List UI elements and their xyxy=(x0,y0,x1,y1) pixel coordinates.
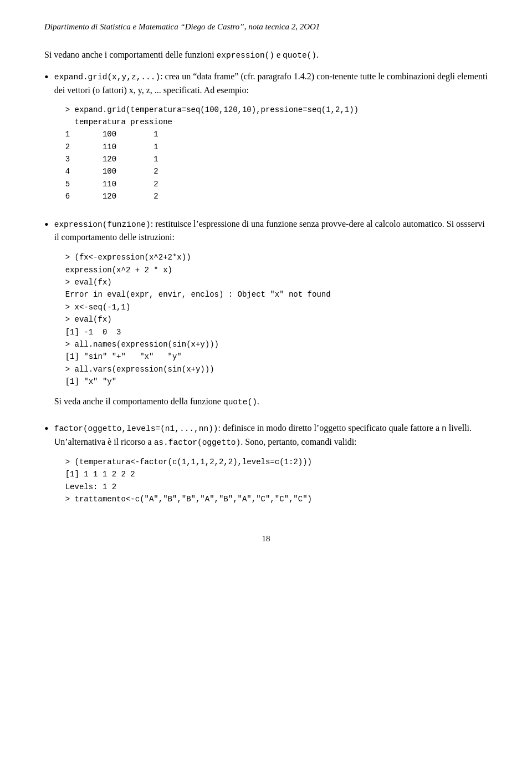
page-number: 18 xyxy=(262,534,270,543)
expand-grid-code: > expand.grid(temperatura=seq(100,120,10… xyxy=(65,104,488,203)
bullet-content-2: expression(funzione): restituisce l’espr… xyxy=(54,217,488,414)
bullet-expression: • expression(funzione): restituisce l’es… xyxy=(44,217,488,414)
intro-paragraph: Si vedano anche i comportamenti delle fu… xyxy=(44,48,488,62)
bullet-dot-1: • xyxy=(44,68,49,86)
bullet-content-3: factor(oggetto,levels=(n1,...,nn)): defi… xyxy=(54,421,488,512)
bullet-expand-grid: • expand.grid(x,y,z,...): crea un “data … xyxy=(44,70,488,210)
bullet-dot-3: • xyxy=(44,419,49,438)
bullet-dot-2: • xyxy=(44,215,49,233)
quote-func-ref: quote() xyxy=(283,51,316,60)
bullet-content-1: expand.grid(x,y,z,...): crea un “data fr… xyxy=(54,70,488,210)
si-veda-text: Si veda anche il comportamento della fun… xyxy=(54,395,488,409)
expression-code-block: > (fx<-expression(x^2+2*x)) expression(x… xyxy=(65,251,488,388)
expression-desc: expression(funzione): restituisce l’espr… xyxy=(54,217,488,245)
page-footer: 18 xyxy=(44,534,488,544)
bullet-factor: • factor(oggetto,levels=(n1,...,nn)): de… xyxy=(44,421,488,512)
bullet-label-1: expand.grid(x,y,z,...): crea un “data fr… xyxy=(54,72,488,95)
page-header: Dipartimento di Statistica e Matematica … xyxy=(44,22,488,32)
factor-code-block: > (temperatura<-factor(c(1,1,1,2,2,2),le… xyxy=(65,456,488,506)
factor-desc: factor(oggetto,levels=(n1,...,nn)): defi… xyxy=(54,421,488,449)
expression-func-ref: expression() xyxy=(217,51,274,60)
